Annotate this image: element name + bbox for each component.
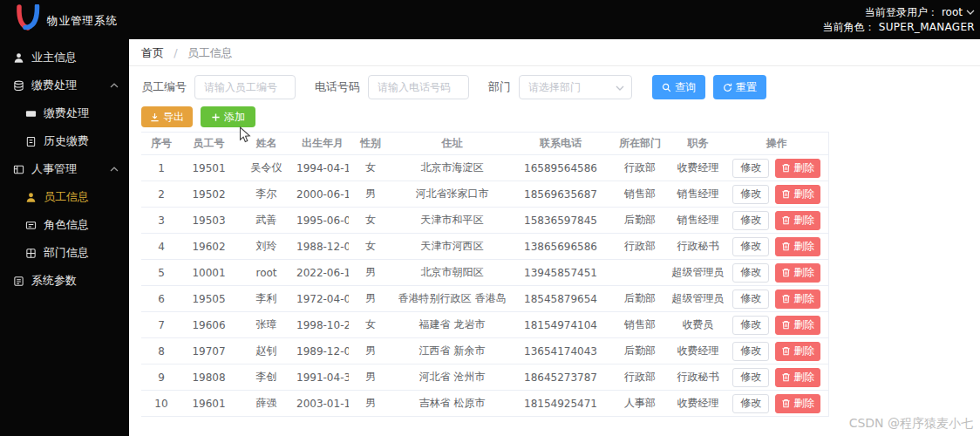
dept-select-input[interactable]: [519, 75, 632, 99]
watermark: CSDN @程序猿麦小七: [849, 416, 973, 432]
sidebar-item-label: 角色信息: [44, 217, 89, 233]
sidebar-item-system-params[interactable]: 系统参数: [0, 268, 129, 294]
table-cell: 行政秘书: [670, 234, 725, 260]
table-cell: 3: [141, 208, 181, 234]
current-user-menu[interactable]: root: [942, 5, 963, 20]
chevron-down-icon[interactable]: [966, 10, 975, 15]
table-cell: 薛强: [236, 391, 296, 417]
delete-button[interactable]: 删除: [775, 368, 820, 387]
sidebar-item-payment-history[interactable]: 历史缴费: [0, 128, 129, 154]
table-cell: 天津市河西区: [392, 234, 512, 260]
table-cell: root: [236, 260, 296, 286]
trash-icon: [781, 320, 791, 330]
modify-button[interactable]: 修改: [732, 290, 769, 309]
delete-button[interactable]: 删除: [775, 185, 820, 204]
breadcrumb-separator: /: [174, 46, 177, 59]
table-row: 719606张璋1998-10-21女福建省 龙岩市18154974104销售部…: [141, 312, 828, 338]
table-cell: 江西省 新余市: [392, 338, 512, 364]
modify-button[interactable]: 修改: [732, 342, 769, 361]
table-actions-cell: 修改删除: [725, 286, 828, 312]
table-cell: 福建省 龙岩市: [392, 312, 512, 338]
modify-button[interactable]: 修改: [732, 394, 769, 413]
sidebar-item-payment-process[interactable]: 缴费处理: [0, 100, 129, 126]
trash-icon: [781, 163, 791, 173]
sidebar-item-hr-group[interactable]: 人事管理: [0, 156, 129, 182]
table-row: 510001root2022-06-10男北京市朝阳区13945857451超级…: [141, 260, 828, 286]
sidebar-item-owner-info[interactable]: 业主信息: [0, 44, 129, 71]
table-header-cell: 出生年月: [296, 133, 349, 155]
table-cell: 7: [141, 312, 181, 338]
modify-button[interactable]: 修改: [732, 159, 769, 178]
modify-button[interactable]: 修改: [732, 316, 769, 335]
toolbar: 导出 添加: [141, 106, 980, 127]
modify-button[interactable]: 修改: [732, 237, 769, 256]
sidebar-item-dept-info[interactable]: 部门信息: [0, 240, 129, 266]
breadcrumb: 首页 / 员工信息: [129, 39, 980, 61]
table-cell: 1991-04-30: [296, 364, 349, 391]
phone-input[interactable]: [368, 75, 469, 99]
delete-button[interactable]: 删除: [775, 394, 820, 413]
add-button[interactable]: 添加: [201, 106, 255, 127]
current-user-label: 当前登录用户：: [865, 5, 938, 20]
table-cell: 行政部: [609, 234, 670, 260]
delete-button[interactable]: 删除: [775, 290, 820, 309]
user-icon: [24, 191, 37, 203]
table-cell: 天津市和平区: [392, 208, 512, 234]
table-cell: 1994-04-11: [296, 155, 349, 181]
table-cell: 武善: [236, 208, 296, 234]
table-cell: 收费经理: [670, 338, 725, 364]
table-cell: 18154925471: [512, 391, 609, 417]
table-cell: 收费员: [670, 312, 725, 338]
delete-button[interactable]: 删除: [775, 159, 820, 178]
current-role-value: SUPER_MANAGER: [879, 20, 975, 35]
sidebar-item-payment-group[interactable]: 缴费处理: [0, 72, 129, 99]
trash-icon: [781, 268, 791, 277]
delete-button[interactable]: 删除: [775, 211, 820, 230]
delete-button[interactable]: 删除: [775, 237, 820, 256]
dept-select[interactable]: [519, 75, 632, 99]
table-header-cell: 序号: [141, 133, 181, 155]
table-cell: 河北省张家口市: [392, 181, 512, 208]
table-cell: 18569635687: [512, 181, 609, 208]
table-cell: 女: [349, 208, 392, 234]
table-cell: 吉林省 松原市: [392, 391, 512, 417]
employee-no-input[interactable]: [194, 75, 296, 99]
table-cell: 1995-06-07: [296, 208, 349, 234]
trash-icon: [781, 189, 791, 199]
current-role-label: 当前角色：: [823, 20, 875, 35]
sidebar-item-employee-info[interactable]: 员工信息: [0, 184, 129, 210]
table-actions-cell: 修改删除: [725, 260, 828, 286]
delete-button[interactable]: 删除: [775, 263, 820, 283]
table-cell: 李利: [236, 286, 296, 312]
doc-icon: [24, 135, 37, 147]
modify-button[interactable]: 修改: [732, 211, 769, 230]
refresh-icon: [723, 83, 732, 92]
modify-button[interactable]: 修改: [732, 368, 769, 387]
reset-button[interactable]: 重置: [713, 75, 766, 99]
sidebar-item-label: 人事管理: [31, 161, 77, 177]
table-cell: 19501: [181, 155, 236, 181]
table-cell: 18645273787: [512, 364, 609, 391]
delete-button[interactable]: 删除: [775, 316, 820, 335]
table-cell: 13945857451: [512, 260, 609, 286]
modify-button[interactable]: 修改: [732, 263, 769, 283]
delete-button[interactable]: 删除: [775, 342, 820, 361]
table-cell: 10: [141, 391, 181, 417]
table-cell: 行政秘书: [670, 364, 725, 391]
sidebar-item-role-info[interactable]: 角色信息: [0, 212, 129, 238]
modify-button[interactable]: 修改: [732, 185, 769, 204]
table-cell: 张璋: [236, 312, 296, 338]
filter-bar: 员工编号 电话号码 部门 查询 重置: [141, 75, 980, 99]
plus-icon: [211, 112, 221, 122]
table-cell: 19502: [181, 181, 236, 208]
breadcrumb-home[interactable]: 首页: [141, 46, 164, 59]
table-header-cell: 员工号: [181, 133, 236, 155]
table-row: 419602刘玲1988-12-02女天津市河西区13865696586行政部行…: [141, 234, 828, 260]
table-cell: 女: [349, 155, 392, 181]
table-cell: 8: [141, 338, 181, 364]
table-cell: 刘玲: [236, 234, 296, 260]
sidebar-item-label: 缴费处理: [44, 106, 89, 121]
export-button[interactable]: 导出: [141, 106, 193, 127]
table-row: 1019601薛强2003-01-19男吉林省 松原市18154925471人事…: [141, 391, 828, 417]
query-button[interactable]: 查询: [652, 75, 705, 99]
